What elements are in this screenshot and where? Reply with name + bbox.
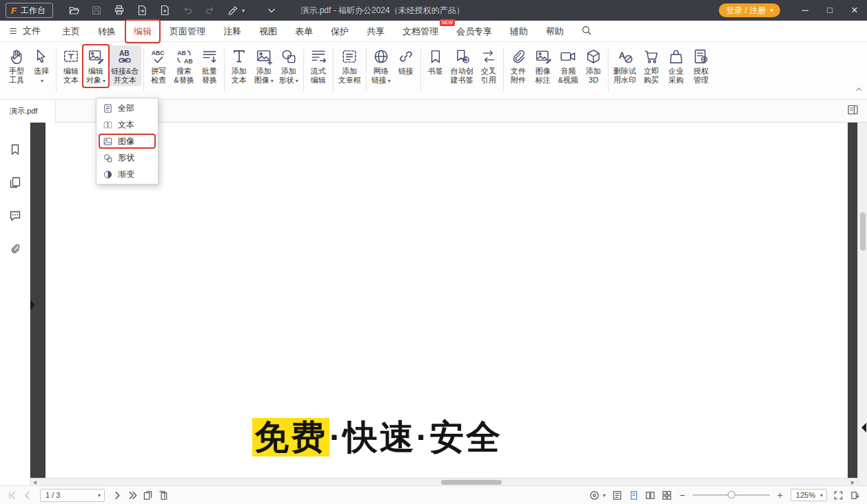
- hand-tool-button[interactable]: 手型 工具: [4, 45, 29, 86]
- select-tool-button[interactable]: 选择 ▾: [29, 45, 54, 87]
- menu-item-shape[interactable]: 形状: [96, 149, 158, 166]
- single-page-view-icon[interactable]: [629, 490, 639, 501]
- scroll-mode-icon[interactable]: [850, 490, 860, 501]
- bookmarks-panel-button[interactable]: [9, 143, 21, 158]
- add-3d-button[interactable]: 添加 3D: [581, 45, 606, 86]
- enterprise-purchase-button[interactable]: 企业 采购: [664, 45, 688, 86]
- workspace-button[interactable]: F 工作台: [6, 3, 53, 18]
- redo-icon[interactable]: [205, 5, 216, 16]
- first-page-icon[interactable]: [7, 490, 17, 501]
- page-indicator: 1 / 3: [45, 491, 95, 499]
- zoom-in-button[interactable]: +: [776, 490, 784, 501]
- edit-text-button[interactable]: 编辑 文本: [59, 45, 83, 86]
- search-replace-icon: ABABC: [175, 48, 193, 65]
- print-icon[interactable]: [114, 5, 125, 16]
- image-object-icon: [103, 136, 113, 147]
- license-manage-button[interactable]: 授权 管理: [688, 45, 713, 86]
- page-panel-toggle[interactable]: [847, 104, 859, 118]
- next-view-icon[interactable]: [158, 490, 168, 501]
- export-pdf-icon[interactable]: [136, 5, 147, 16]
- horizontal-scroll-thumb[interactable]: [441, 480, 502, 485]
- scroll-left-icon[interactable]: [33, 481, 37, 485]
- bookmark-button[interactable]: 书签: [423, 45, 448, 77]
- login-button[interactable]: 登录 / 注册 ▾: [719, 3, 780, 17]
- comments-panel-button[interactable]: [9, 209, 21, 224]
- menu-item-gradient[interactable]: 渐变: [96, 166, 158, 182]
- document-tab-label: 演示.pdf: [10, 106, 37, 116]
- zoom-slider-thumb[interactable]: [728, 491, 735, 498]
- auto-bookmark-button[interactable]: 自动创 建书签: [448, 45, 476, 86]
- menu-item-image[interactable]: 图像: [96, 133, 158, 149]
- panel-collapse-handle-right[interactable]: [861, 423, 866, 432]
- panel-collapse-handle-left[interactable]: [30, 300, 35, 310]
- menu-item-all[interactable]: 全部: [96, 100, 158, 116]
- cube-3d-icon: [584, 48, 602, 65]
- toc-view-icon[interactable]: [612, 490, 622, 501]
- read-mode-button[interactable]: ▾: [589, 490, 606, 501]
- search-replace-button[interactable]: ABABC 搜索 &替换: [171, 45, 196, 86]
- menu-item-text[interactable]: 文本: [96, 116, 158, 133]
- tab-comment[interactable]: 注释: [214, 21, 250, 42]
- add-shape-button[interactable]: 添加 形状▾: [276, 45, 301, 87]
- file-attachment-button[interactable]: 文件 附件: [506, 45, 531, 86]
- open-file-icon[interactable]: [68, 5, 79, 16]
- search-button[interactable]: [581, 25, 592, 38]
- maximize-button[interactable]: □: [817, 0, 842, 21]
- pages-panel-button[interactable]: [9, 176, 21, 191]
- tab-member[interactable]: 会员专享: [447, 21, 501, 42]
- ribbon-collapse-button[interactable]: [855, 84, 863, 96]
- remove-watermark-button[interactable]: A 删除试 用水印: [611, 45, 639, 86]
- add-text-button[interactable]: 添加 文本: [227, 45, 252, 86]
- zoom-slider[interactable]: [693, 490, 770, 501]
- tab-share[interactable]: 共享: [358, 21, 394, 42]
- zoom-level-combobox[interactable]: 125% ▾: [790, 489, 827, 501]
- scroll-right-icon[interactable]: [851, 481, 855, 485]
- tab-page-manage[interactable]: 页面管理: [161, 21, 214, 42]
- image-annotation-button[interactable]: 图像 标注: [531, 45, 555, 86]
- batch-replace-button[interactable]: 批量 替换: [197, 45, 222, 86]
- bookmark-icon: [9, 143, 21, 156]
- create-pdf-icon[interactable]: [159, 5, 170, 16]
- tab-assist[interactable]: 辅助: [501, 21, 537, 42]
- horizontal-scrollbar[interactable]: [30, 478, 857, 485]
- previous-view-icon[interactable]: [143, 490, 153, 501]
- flow-edit-button[interactable]: 流式 编辑: [306, 45, 331, 86]
- tab-edit[interactable]: 编辑: [125, 21, 161, 42]
- cursor-icon: [32, 48, 50, 65]
- web-link-button[interactable]: 网络 链接▾: [369, 45, 394, 87]
- page-number-combobox[interactable]: 1 / 3 ▾: [40, 489, 105, 502]
- pdf-page[interactable]: 免费·快速·安全: [45, 123, 848, 478]
- save-icon[interactable]: [91, 5, 102, 16]
- previous-page-icon[interactable]: [22, 490, 32, 501]
- undo-icon[interactable]: [182, 5, 193, 16]
- last-page-icon[interactable]: [127, 490, 138, 501]
- link-merge-text-button[interactable]: AB 链接&合 并文本: [108, 45, 141, 86]
- add-article-box-button[interactable]: 添加 文章框: [336, 45, 364, 86]
- tab-convert[interactable]: 转换: [89, 21, 125, 42]
- buy-now-button[interactable]: 立即 购买: [639, 45, 664, 86]
- minimize-button[interactable]: ─: [793, 0, 817, 21]
- file-menu[interactable]: 文件: [8, 25, 41, 37]
- two-page-view-icon[interactable]: [645, 490, 655, 501]
- tab-doc-manage[interactable]: 文档管理 NEW: [394, 21, 447, 42]
- tab-form[interactable]: 表单: [286, 21, 322, 42]
- tab-home[interactable]: 主页: [53, 21, 89, 42]
- zoom-out-button[interactable]: −: [678, 490, 686, 501]
- vertical-scroll-thumb[interactable]: [860, 212, 866, 251]
- add-image-button[interactable]: 添加 图像▾: [252, 45, 276, 87]
- cross-reference-button[interactable]: 交叉 引用: [476, 45, 501, 86]
- next-page-icon[interactable]: [112, 490, 123, 501]
- attachments-panel-button[interactable]: [9, 242, 21, 258]
- remove-watermark-icon: A: [616, 48, 634, 65]
- grid-view-icon[interactable]: [662, 490, 672, 501]
- edit-object-button[interactable]: 编辑 对象▾: [83, 45, 108, 87]
- close-button[interactable]: ×: [842, 0, 867, 21]
- document-tab[interactable]: 演示.pdf: [0, 100, 56, 123]
- tab-view[interactable]: 视图: [250, 21, 286, 42]
- tab-protect[interactable]: 保护: [322, 21, 358, 42]
- fullscreen-icon[interactable]: [833, 490, 844, 501]
- spell-check-button[interactable]: ABC 拼写 检查: [146, 45, 171, 86]
- link-button[interactable]: 链接: [394, 45, 418, 77]
- audio-video-button[interactable]: 音频 &视频: [555, 45, 581, 86]
- tab-help[interactable]: 帮助: [537, 21, 573, 42]
